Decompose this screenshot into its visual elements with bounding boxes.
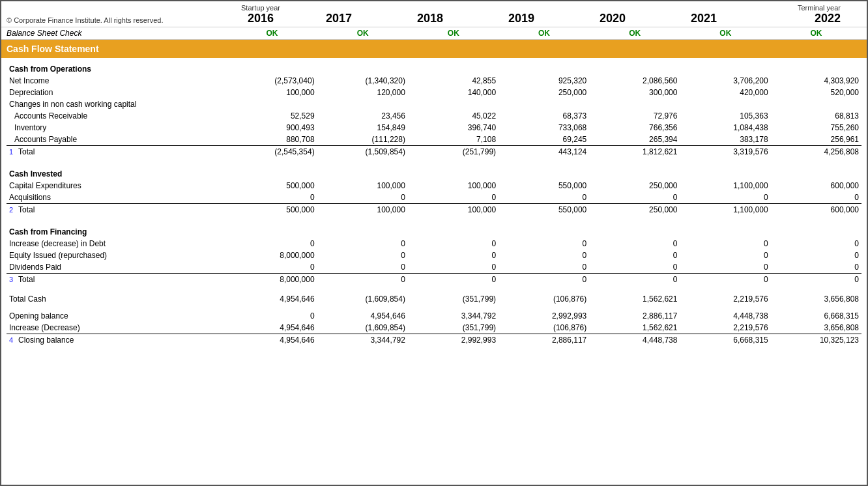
acq-2018: 0 bbox=[408, 192, 499, 204]
opening-balance-row: Opening balance 0 4,954,646 3,344,792 2,… bbox=[7, 310, 861, 322]
debt-2016: 0 bbox=[226, 238, 317, 250]
bsc-ok-2021: OK bbox=[680, 29, 771, 38]
year-2020: 2020 bbox=[567, 12, 658, 25]
cash-from-operations-label: Cash from Operations bbox=[7, 58, 226, 75]
tc-2020: 1,562,621 bbox=[589, 291, 680, 305]
net-income-label: Net Income bbox=[7, 75, 226, 87]
ob-2018: 3,344,792 bbox=[408, 310, 499, 322]
ar-2017: 23,456 bbox=[317, 110, 408, 122]
net-income-2019: 925,320 bbox=[499, 75, 589, 87]
ops-total-2017: (1,509,854) bbox=[317, 146, 408, 158]
cb-2021: 6,668,315 bbox=[680, 334, 770, 347]
capex-row: Capital Expenditures 500,000 100,000 100… bbox=[7, 180, 861, 192]
ar-2021: 105,363 bbox=[680, 110, 770, 122]
acq-2020: 0 bbox=[589, 192, 680, 204]
debt-label: Increase (decrease) in Debt bbox=[7, 238, 226, 250]
id-2016: 4,954,646 bbox=[226, 322, 317, 334]
non-cash-wc-label: Changes in non cash working capital bbox=[7, 98, 226, 110]
inv-2016: 900,493 bbox=[226, 122, 317, 134]
total-cash-label: Total Cash bbox=[7, 291, 226, 305]
div-2018: 0 bbox=[408, 261, 499, 274]
inventory-label: Inventory bbox=[7, 122, 226, 134]
depreciation-2022: 520,000 bbox=[771, 87, 861, 98]
depreciation-2020: 300,000 bbox=[589, 87, 680, 98]
startup-label: Startup year bbox=[228, 4, 293, 12]
ar-2016: 52,529 bbox=[226, 110, 317, 122]
inv-2019: 733,068 bbox=[499, 122, 589, 134]
bsc-ok-2019: OK bbox=[499, 29, 589, 38]
equity-2022: 0 bbox=[771, 250, 861, 261]
inv-total-2021: 1,100,000 bbox=[680, 204, 770, 216]
cash-invested-title-row: Cash Invested bbox=[7, 163, 861, 180]
year-2019: 2019 bbox=[476, 12, 567, 25]
capex-2018: 100,000 bbox=[408, 180, 499, 192]
cash-flow-title: Cash Flow Statement bbox=[7, 44, 99, 54]
non-cash-wc-row: Changes in non cash working capital bbox=[7, 98, 861, 110]
depreciation-row: Depreciation 100,000 120,000 140,000 250… bbox=[7, 87, 861, 98]
inv-total-2019: 550,000 bbox=[499, 204, 589, 216]
cb-2017: 3,344,792 bbox=[317, 334, 408, 347]
header-row: © Corporate Finance Institute. All right… bbox=[1, 1, 867, 27]
accounts-receivable-label: Accounts Receivable bbox=[7, 110, 226, 122]
net-income-2022: 4,303,920 bbox=[771, 75, 861, 87]
cb-2018: 2,992,993 bbox=[408, 334, 499, 347]
depreciation-2021: 420,000 bbox=[680, 87, 770, 98]
tc-2018: (351,799) bbox=[408, 291, 499, 305]
depreciation-label: Depreciation bbox=[7, 87, 226, 98]
inv-total-2018: 100,000 bbox=[408, 204, 499, 216]
year-2018: 2018 bbox=[384, 12, 476, 25]
cash-flow-table: Cash from Operations Net Income (2,573,0… bbox=[7, 58, 861, 346]
cb-2019: 2,886,117 bbox=[499, 334, 589, 347]
ops-total-2018: (251,799) bbox=[408, 146, 499, 158]
fin-total-2019: 0 bbox=[499, 274, 589, 286]
balance-sheet-check-label: Balance Sheet Check bbox=[7, 29, 227, 38]
accounts-receivable-row: Accounts Receivable 52,529 23,456 45,022… bbox=[7, 110, 861, 122]
debt-2018: 0 bbox=[408, 238, 499, 250]
debt-2019: 0 bbox=[499, 238, 589, 250]
div-2016: 0 bbox=[226, 261, 317, 274]
opening-balance-label: Opening balance bbox=[7, 310, 226, 322]
debt-row: Increase (decrease) in Debt 0 0 0 0 0 0 … bbox=[7, 238, 861, 250]
inv-total-2017: 100,000 bbox=[317, 204, 408, 216]
terminal-label: Terminal year bbox=[749, 4, 841, 12]
equity-2019: 0 bbox=[499, 250, 589, 261]
ar-2020: 72,976 bbox=[589, 110, 680, 122]
tc-2022: 3,656,808 bbox=[771, 291, 861, 305]
year-2017: 2017 bbox=[293, 12, 384, 25]
equity-row: Equity Issued (repurchased) 8,000,000 0 … bbox=[7, 250, 861, 261]
capex-2019: 550,000 bbox=[499, 180, 589, 192]
net-income-2016: (2,573,040) bbox=[226, 75, 317, 87]
increase-decrease-row: Increase (Decrease) 4,954,646 (1,609,854… bbox=[7, 322, 861, 334]
id-2020: 1,562,621 bbox=[589, 322, 680, 334]
div-2017: 0 bbox=[317, 261, 408, 274]
fin-total-2021: 0 bbox=[680, 274, 770, 286]
ap-2019: 69,245 bbox=[499, 134, 589, 146]
net-income-2018: 42,855 bbox=[408, 75, 499, 87]
cash-invested-label: Cash Invested bbox=[7, 163, 226, 180]
ops-total-2019: 443,124 bbox=[499, 146, 589, 158]
equity-label: Equity Issued (repurchased) bbox=[7, 250, 226, 261]
equity-2021: 0 bbox=[680, 250, 770, 261]
increase-decrease-label: Increase (Decrease) bbox=[7, 322, 226, 334]
financing-title-row: Cash from Financing bbox=[7, 221, 861, 238]
ar-2019: 68,373 bbox=[499, 110, 589, 122]
capex-2021: 1,100,000 bbox=[680, 180, 770, 192]
ap-2016: 880,708 bbox=[226, 134, 317, 146]
equity-2018: 0 bbox=[408, 250, 499, 261]
div-2020: 0 bbox=[589, 261, 680, 274]
div-2022: 0 bbox=[771, 261, 861, 274]
net-income-2020: 2,086,560 bbox=[589, 75, 680, 87]
ops-total-2016: (2,545,354) bbox=[226, 146, 317, 158]
id-2022: 3,656,808 bbox=[771, 322, 861, 334]
fin-total-2022: 0 bbox=[771, 274, 861, 286]
div-2021: 0 bbox=[680, 261, 770, 274]
balance-sheet-check-row: Balance Sheet Check OK OK OK OK OK OK OK bbox=[1, 27, 867, 40]
inv-2017: 154,849 bbox=[317, 122, 408, 134]
closing-balance-row: 4Closing balance 4,954,646 3,344,792 2,9… bbox=[7, 334, 861, 347]
ap-2020: 265,394 bbox=[589, 134, 680, 146]
bsc-ok-2018: OK bbox=[408, 29, 499, 38]
ar-2022: 68,813 bbox=[771, 110, 861, 122]
acq-2019: 0 bbox=[499, 192, 589, 204]
net-income-2021: 3,706,200 bbox=[680, 75, 770, 87]
cb-2020: 4,448,738 bbox=[589, 334, 680, 347]
